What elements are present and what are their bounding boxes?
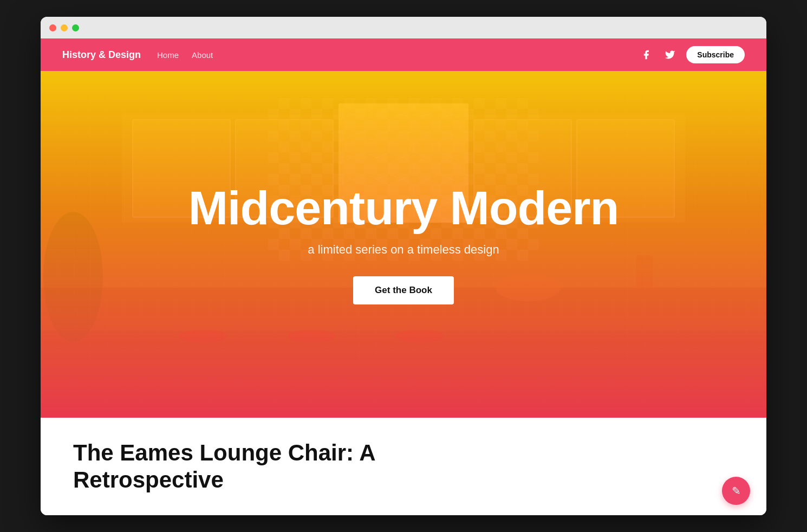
get-book-button[interactable]: Get the Book: [353, 276, 454, 304]
browser-chrome: [41, 17, 766, 38]
nav-link-about[interactable]: About: [192, 50, 213, 60]
article-preview: The Eames Lounge Chair: A Retrospective …: [41, 418, 766, 515]
browser-window: History & Design Home About Subscribe: [41, 17, 766, 515]
nav-brand: History & Design: [62, 49, 141, 61]
subscribe-button[interactable]: Subscribe: [686, 46, 745, 63]
traffic-light-red[interactable]: [49, 24, 56, 31]
hero-section: Midcentury Modern a limited series on a …: [41, 71, 766, 418]
floating-action-button[interactable]: ✎: [722, 477, 750, 505]
article-title: The Eames Lounge Chair: A Retrospective: [73, 439, 734, 494]
hero-subtitle: a limited series on a timeless design: [188, 243, 619, 257]
facebook-icon[interactable]: [639, 47, 654, 62]
hero-content: Midcentury Modern a limited series on a …: [167, 184, 641, 304]
twitter-icon[interactable]: [662, 47, 678, 62]
edit-icon: ✎: [732, 484, 741, 497]
nav-link-home[interactable]: Home: [157, 50, 179, 60]
article-title-line1: The Eames Lounge Chair: A: [73, 440, 376, 465]
traffic-light-green[interactable]: [72, 24, 79, 31]
article-title-line2: Retrospective: [73, 467, 224, 492]
nav-links: Home About: [157, 50, 639, 60]
navbar: History & Design Home About Subscribe: [41, 38, 766, 71]
nav-right: Subscribe: [639, 46, 745, 63]
hero-title: Midcentury Modern: [188, 184, 619, 232]
traffic-light-yellow[interactable]: [61, 24, 68, 31]
browser-content: History & Design Home About Subscribe: [41, 38, 766, 515]
